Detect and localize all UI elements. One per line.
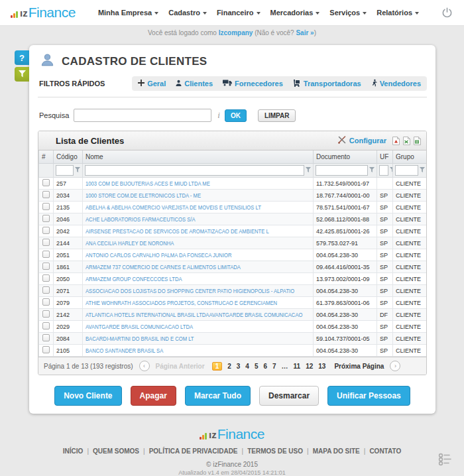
tab-geral[interactable]: Geral	[138, 80, 166, 88]
table-row: 2144ANA CECILIA HARLEY DE NORONHA579.753…	[39, 237, 428, 249]
client-name-link[interactable]: BANCO SANTANDER BRASIL SA	[86, 347, 177, 354]
nav-item-minha-empresa[interactable]: Minha Empresa	[98, 9, 158, 17]
footer-link-1[interactable]: QUEM SOMOS	[93, 447, 139, 455]
pdf-export-icon[interactable]	[392, 137, 400, 145]
page-number-5[interactable]: 5	[255, 363, 259, 370]
footer-link-4[interactable]: MAPA DO SITE	[313, 447, 360, 455]
client-name-link[interactable]: 1000 STORE COM.DE ELETRONICOS LTDA - ME	[86, 192, 221, 199]
row-document: 004.054.238-30	[314, 285, 377, 297]
nav-item-mercadorias[interactable]: Mercadorias	[270, 9, 320, 17]
row-uf: DF	[377, 309, 393, 321]
page-number-3[interactable]: 3	[237, 363, 241, 370]
filter-input-uf[interactable]	[379, 165, 388, 176]
column-header-group[interactable]: Grupo	[393, 150, 428, 164]
filter-toggle-button[interactable]	[15, 67, 29, 82]
row-checkbox[interactable]	[42, 179, 50, 186]
client-name-link[interactable]: ABELHA & ABELHA COMERCIO VAREJISTA DE MO…	[86, 204, 292, 211]
client-name-link[interactable]: AIRSENSE PRESTACAO DE SERVICOS DE AROMAT…	[86, 228, 302, 235]
page-number-6[interactable]: 6	[263, 363, 267, 370]
power-icon[interactable]	[441, 7, 453, 19]
footer-link-5[interactable]: CONTATO	[369, 447, 401, 455]
row-checkbox[interactable]	[42, 286, 50, 294]
tab-clientes[interactable]: Clientes	[176, 80, 213, 88]
row-checkbox[interactable]	[42, 274, 50, 282]
filter-input-codigo[interactable]	[56, 165, 74, 176]
row-checkbox[interactable]	[42, 298, 50, 306]
client-name-link[interactable]: ASSOCIACAO DOS LOJISTAS DO SHOPPING CENT…	[86, 288, 314, 294]
footer-link-0[interactable]: INÍCIO	[63, 447, 84, 455]
row-checkbox[interactable]	[42, 346, 50, 353]
row-checkbox[interactable]	[42, 263, 50, 270]
row-checkbox[interactable]	[42, 227, 50, 234]
apagar-button[interactable]: Apagar	[131, 386, 176, 406]
client-name-link[interactable]: ANA CECILIA HARLEY DE NORONHA	[86, 240, 190, 247]
page-number-11[interactable]: 11	[294, 363, 301, 370]
row-checkbox[interactable]	[42, 239, 50, 246]
filter-input-nome[interactable]	[85, 165, 304, 176]
main-card: ? CADASTRO DE CLIENTES FILTROS RÁPIDOS G…	[29, 45, 435, 414]
marcar-tudo-button[interactable]: Marcar Tudo	[185, 386, 251, 406]
page-number-7[interactable]: 7	[272, 363, 276, 370]
tab-fornecedores[interactable]: Fornecedores	[223, 80, 283, 88]
filter-input-grupo[interactable]	[395, 165, 418, 176]
tab-vendedores[interactable]: Vendedores	[371, 79, 421, 88]
csv-export-icon[interactable]	[414, 137, 421, 145]
configure-link[interactable]: Configurar	[349, 137, 386, 145]
filter-funnel-icon[interactable]	[75, 167, 80, 174]
list-widget-icon[interactable]	[436, 451, 453, 471]
client-name-link[interactable]: ANTONIO CARLOS CARVALHO PALMA DA FONSECA…	[86, 252, 257, 259]
logout-link[interactable]: Sair »	[296, 29, 314, 36]
next-page-link[interactable]: Próxima Página	[334, 363, 384, 370]
client-name-link[interactable]: 1003 COM DE BIJOUTERIAS ACES E MIUD LTDA…	[86, 180, 232, 187]
column-header-uf[interactable]: UF	[377, 150, 393, 164]
nav-item-financeiro[interactable]: Financeiro	[217, 9, 261, 17]
client-name-link[interactable]: ARMAZEM GROUP CONFECCOES LTDA	[86, 276, 199, 282]
footer-link-2[interactable]: POLÍTICA DE PRIVACIDADE	[149, 447, 238, 455]
page-number-2[interactable]: 2	[227, 363, 231, 370]
previous-page-link[interactable]: Página Anterior	[156, 363, 205, 370]
nav-item-relatorios[interactable]: Relatórios	[377, 9, 419, 17]
client-name-link[interactable]: ATLANTICA HOTELS INTERNATIONAL BRASIL LT…	[86, 312, 314, 318]
filter-funnel-icon[interactable]	[306, 167, 311, 174]
row-checkbox[interactable]	[42, 203, 50, 210]
search-ok-button[interactable]: OK	[225, 109, 247, 122]
search-input[interactable]	[74, 109, 211, 122]
client-name-link[interactable]: BACARDI-MARTINI DO BRASIL IND E COM LT	[86, 335, 213, 342]
search-clear-button[interactable]: LIMPAR	[258, 109, 296, 122]
filter-funnel-icon[interactable]	[420, 167, 425, 174]
client-name-link[interactable]: ARMAZEM 737 COMERCIO DE CARNES E ALIMENT…	[86, 264, 268, 270]
row-checkbox[interactable]	[42, 322, 50, 329]
xls-export-icon[interactable]	[403, 137, 410, 145]
column-header-code[interactable]: Código	[54, 150, 83, 164]
row-checkbox[interactable]	[42, 191, 50, 198]
client-name-link[interactable]: AVANTGARDE BRASIL COMUNICACAO LTDA	[86, 324, 212, 330]
previous-page-icon[interactable]: ‹	[139, 361, 150, 371]
app-logo[interactable]: ız Finance	[11, 5, 76, 20]
client-name-link[interactable]: ATHIE WOHNRATH ASSOCIADOS PROJETOS, CONS…	[86, 300, 311, 306]
page-number-13[interactable]: 13	[318, 363, 325, 370]
nav-item-cadastro[interactable]: Cadastro	[168, 9, 207, 17]
column-header-name[interactable]: Nome	[83, 150, 314, 164]
row-checkbox[interactable]	[42, 215, 50, 222]
filter-input-documento[interactable]	[316, 165, 368, 176]
page-number-1[interactable]: 1	[212, 362, 223, 371]
desmarcar-button[interactable]: Desmarcar	[259, 386, 319, 406]
row-checkbox[interactable]	[42, 310, 50, 318]
page-number-12[interactable]: 12	[306, 363, 313, 370]
filter-funnel-icon[interactable]	[369, 167, 375, 174]
page-number-4[interactable]: 4	[245, 363, 249, 370]
client-name-link[interactable]: ACHE LABORATORIOS FARMACEUTICOS S/A	[86, 216, 215, 223]
nav-item-servicos[interactable]: Serviços	[329, 9, 367, 17]
row-checkbox[interactable]	[42, 251, 50, 258]
session-user-link[interactable]: Izcompany	[219, 29, 253, 36]
help-button[interactable]: ?	[15, 50, 29, 65]
unificar-pessoas-button[interactable]: Unificar Pessoas	[327, 386, 410, 406]
next-page-icon[interactable]: ›	[390, 361, 400, 371]
filter-funnel-icon[interactable]	[390, 167, 393, 174]
column-header-check[interactable]: #	[39, 150, 54, 164]
row-checkbox[interactable]	[42, 334, 50, 341]
novo-cliente-button[interactable]: Novo Cliente	[54, 386, 121, 406]
column-header-doc[interactable]: Documento	[314, 150, 377, 164]
footer-link-3[interactable]: TERMOS DE USO	[247, 447, 303, 455]
tab-transportadoras[interactable]: Transportadoras	[293, 80, 361, 88]
